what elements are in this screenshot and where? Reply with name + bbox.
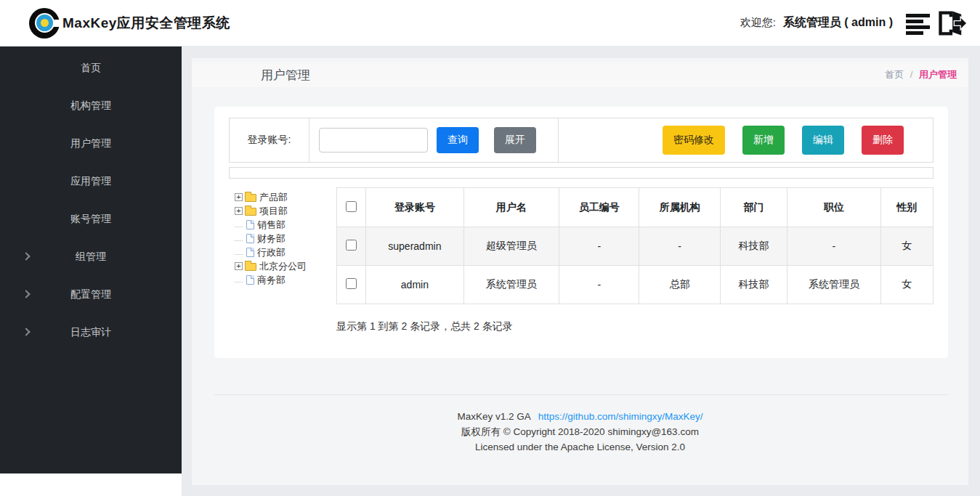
change-password-button[interactable]: 密码修改 bbox=[663, 126, 725, 155]
sidebar: 首页 机构管理 用户管理 应用管理 账号管理 组管理 配置管理 日志审计 bbox=[0, 46, 182, 473]
tree-node-label[interactable]: 行政部 bbox=[257, 246, 286, 259]
action-buttons: 密码修改 新增 编辑 删除 bbox=[559, 118, 933, 162]
query-button[interactable]: 查询 bbox=[437, 127, 479, 153]
folder-icon bbox=[245, 208, 256, 216]
sidebar-item-label: 用户管理 bbox=[70, 137, 111, 150]
menu-list-icon[interactable] bbox=[906, 12, 934, 35]
tree-node[interactable]: 商务部 bbox=[235, 273, 336, 287]
delete-button[interactable]: 删除 bbox=[862, 126, 904, 155]
column-header-gender[interactable]: 性别 bbox=[880, 188, 933, 227]
tree-expand-icon[interactable] bbox=[235, 193, 243, 201]
select-all-checkbox[interactable] bbox=[346, 201, 357, 212]
cell-position: - bbox=[787, 227, 880, 266]
column-header-organization[interactable]: 所属机构 bbox=[639, 188, 720, 227]
page-title: 用户管理 bbox=[261, 67, 310, 84]
tree-connector bbox=[235, 250, 243, 255]
tree-expand-icon[interactable] bbox=[235, 262, 243, 270]
footer-license: Licensed under the Apache License, Versi… bbox=[192, 439, 968, 455]
row-select-cell bbox=[337, 266, 366, 304]
github-link[interactable]: https://github.com/shimingxy/MaxKey/ bbox=[538, 411, 703, 422]
chevron-right-icon bbox=[22, 328, 30, 336]
sidebar-item-log-audit[interactable]: 日志审计 bbox=[0, 314, 182, 351]
footer-version: MaxKey v1.2 GA bbox=[458, 411, 531, 422]
row-checkbox[interactable] bbox=[346, 278, 357, 289]
current-user: 系统管理员 ( admin ) bbox=[783, 15, 893, 31]
tree-connector bbox=[235, 277, 243, 282]
column-header-login-account[interactable]: 登录账号 bbox=[366, 188, 463, 227]
organization-tree: 产品部 项目部 销售部 财务部 行政部 北京分公司 商务部 bbox=[229, 187, 336, 287]
table-toolbar-strip bbox=[229, 167, 934, 179]
cell-organization: - bbox=[639, 227, 720, 266]
page-titlebar: 用户管理 首页 / 用户管理 bbox=[192, 62, 968, 87]
tree-node[interactable]: 项目部 bbox=[235, 204, 336, 218]
cell-username: 系统管理员 bbox=[463, 266, 559, 304]
users-table: 登录账号 用户名 员工编号 所属机构 部门 职位 性别 superadmin bbox=[336, 187, 934, 304]
select-all-cell bbox=[337, 188, 366, 227]
sidebar-item-config-management[interactable]: 配置管理 bbox=[0, 276, 182, 314]
tree-node[interactable]: 销售部 bbox=[235, 218, 336, 232]
edit-button[interactable]: 编辑 bbox=[802, 126, 844, 155]
login-account-label: 登录账号: bbox=[230, 118, 309, 162]
sidebar-item-label: 日志审计 bbox=[70, 326, 111, 339]
column-header-employee-id[interactable]: 员工编号 bbox=[559, 188, 639, 227]
cell-organization: 总部 bbox=[639, 266, 720, 304]
main-content: 用户管理 首页 / 用户管理 登录账号: 查询 展开 密码修改 新增 编辑 bbox=[182, 46, 980, 496]
tree-node-label[interactable]: 产品部 bbox=[259, 191, 288, 204]
file-icon bbox=[246, 234, 254, 243]
tree-node-label[interactable]: 财务部 bbox=[257, 232, 286, 245]
tree-node-label[interactable]: 北京分公司 bbox=[259, 260, 307, 273]
tree-node[interactable]: 北京分公司 bbox=[235, 259, 336, 273]
footer-copyright: 版权所有 © Copyright 2018-2020 shimingxy@163… bbox=[192, 424, 968, 439]
table-row-admin[interactable]: admin 系统管理员 - 总部 科技部 系统管理员 女 bbox=[337, 266, 934, 304]
tree-connector bbox=[235, 222, 243, 227]
tree-node-label[interactable]: 项目部 bbox=[259, 205, 288, 218]
page-footer: MaxKey v1.2 GAhttps://github.com/shiming… bbox=[192, 409, 968, 455]
brand: MaxKey应用安全管理系统 bbox=[28, 7, 230, 40]
cell-employee-id: - bbox=[559, 227, 639, 266]
sidebar-item-label: 配置管理 bbox=[70, 288, 111, 301]
file-icon bbox=[246, 275, 254, 285]
pagination-summary: 显示第 1 到第 2 条记录，总共 2 条记录 bbox=[336, 320, 934, 333]
content-wrapper: 用户管理 首页 / 用户管理 登录账号: 查询 展开 密码修改 新增 编辑 bbox=[192, 58, 968, 485]
cell-login-account: superadmin bbox=[366, 227, 463, 266]
file-icon bbox=[246, 248, 254, 257]
login-account-input[interactable] bbox=[319, 128, 428, 153]
breadcrumb-current: 用户管理 bbox=[919, 69, 957, 80]
column-header-department[interactable]: 部门 bbox=[720, 188, 787, 227]
tree-connector bbox=[235, 236, 243, 241]
sidebar-item-home[interactable]: 首页 bbox=[0, 49, 182, 87]
cell-gender: 女 bbox=[880, 266, 933, 304]
logout-icon[interactable] bbox=[936, 9, 967, 37]
add-button[interactable]: 新增 bbox=[742, 126, 785, 155]
tree-expand-icon[interactable] bbox=[235, 207, 243, 215]
tree-node-label[interactable]: 销售部 bbox=[257, 219, 286, 232]
column-header-username[interactable]: 用户名 bbox=[463, 188, 559, 227]
file-icon bbox=[246, 220, 254, 229]
app-header: MaxKey应用安全管理系统 欢迎您: 系统管理员 ( admin ) bbox=[0, 0, 980, 46]
column-header-position[interactable]: 职位 bbox=[787, 188, 880, 227]
sidebar-item-account-management[interactable]: 账号管理 bbox=[0, 200, 182, 238]
tree-node[interactable]: 行政部 bbox=[235, 245, 336, 259]
sidebar-item-app-management[interactable]: 应用管理 bbox=[0, 163, 182, 200]
tree-node[interactable]: 产品部 bbox=[235, 190, 336, 204]
expand-button[interactable]: 展开 bbox=[494, 127, 536, 153]
sidebar-item-label: 账号管理 bbox=[70, 213, 111, 226]
tree-node-label[interactable]: 商务部 bbox=[257, 274, 286, 287]
breadcrumb-home-link[interactable]: 首页 bbox=[885, 69, 904, 80]
cell-position: 系统管理员 bbox=[787, 266, 880, 304]
row-checkbox[interactable] bbox=[346, 240, 357, 251]
cell-gender: 女 bbox=[880, 227, 933, 266]
sidebar-item-group-management[interactable]: 组管理 bbox=[0, 238, 182, 276]
sidebar-item-org-management[interactable]: 机构管理 bbox=[0, 87, 182, 125]
chevron-right-icon bbox=[22, 252, 30, 260]
tree-node[interactable]: 财务部 bbox=[235, 232, 336, 245]
table-row-superadmin[interactable]: superadmin 超级管理员 - - 科技部 - 女 bbox=[337, 227, 934, 266]
sidebar-item-label: 机构管理 bbox=[70, 99, 111, 113]
cell-username: 超级管理员 bbox=[463, 227, 559, 266]
folder-icon bbox=[245, 194, 256, 202]
user-management-panel: 登录账号: 查询 展开 密码修改 新增 编辑 删除 产品部 项目 bbox=[214, 107, 948, 358]
sidebar-item-label: 组管理 bbox=[76, 251, 106, 264]
sidebar-item-user-management[interactable]: 用户管理 bbox=[0, 125, 182, 163]
cell-login-account: admin bbox=[366, 266, 463, 304]
table-header-row: 登录账号 用户名 员工编号 所属机构 部门 职位 性别 bbox=[337, 188, 934, 227]
